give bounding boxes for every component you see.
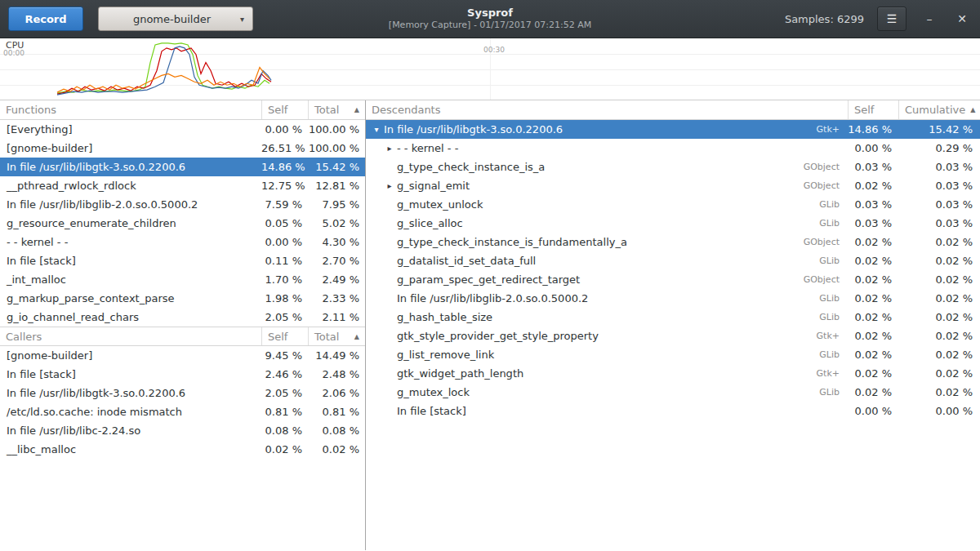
cumulative-percent: 0.29 % [898, 139, 980, 158]
menu-button[interactable]: ☰ [877, 7, 906, 31]
self-percent: 0.02 % [848, 383, 898, 402]
total-percent: 2.49 % [308, 270, 365, 289]
table-row[interactable]: In file /usr/lib/libgtk-3.so.0.2200.614.… [0, 158, 365, 176]
table-row[interactable]: In file [stack]0.11 %2.70 % [0, 251, 365, 270]
total-percent: 2.70 % [308, 251, 365, 270]
table-row[interactable]: g_hash_table_sizeGLib0.02 %0.02 % [366, 308, 980, 327]
self-percent: 0.03 % [848, 195, 898, 214]
self-percent: 7.59 % [261, 195, 308, 214]
table-row[interactable]: gtk_style_provider_get_style_propertyGtk… [366, 327, 980, 345]
table-row[interactable]: [gnome-builder]26.51 %100.00 % [0, 139, 365, 158]
table-row[interactable]: ▾In file /usr/lib/libgtk-3.so.0.2200.6Gt… [366, 120, 980, 139]
table-row[interactable]: - - kernel - -0.00 %4.30 % [0, 233, 365, 251]
minimize-button[interactable]: – [920, 12, 939, 25]
descendants-column-header[interactable]: Descendants [366, 100, 848, 119]
table-row[interactable]: [gnome-builder]9.45 %14.49 % [0, 346, 365, 365]
function-name: - - kernel - - [395, 139, 797, 158]
table-row[interactable]: In file /usr/lib/libc-2.24.so0.08 %0.08 … [0, 421, 365, 440]
library-badge: Gtk+ [797, 120, 848, 139]
table-row[interactable]: [Everything]0.00 %100.00 % [0, 120, 365, 139]
expander-icon[interactable]: ▸ [384, 176, 395, 195]
function-name: g_list_remove_link [395, 345, 797, 364]
process-selector-dropdown[interactable]: gnome-builder ▾ [98, 7, 253, 31]
descendants-table-body: ▾In file /usr/lib/libgtk-3.so.0.2200.6Gt… [366, 120, 980, 420]
hamburger-icon: ☰ [887, 12, 898, 25]
total-percent: 7.95 % [308, 195, 365, 214]
function-name: __pthread_rwlock_rdlock [0, 176, 261, 195]
time-label-mid: 00:30 [483, 46, 505, 54]
table-row[interactable]: In file [stack]0.00 %0.00 % [366, 402, 980, 420]
table-row[interactable]: _int_malloc1.70 %2.49 % [0, 270, 365, 289]
table-row[interactable]: g_mutex_lockGLib0.02 %0.02 % [366, 383, 980, 402]
functions-column-header[interactable]: Functions [0, 100, 261, 119]
record-button[interactable]: Record [8, 7, 83, 31]
self-percent: 0.02 % [261, 440, 308, 459]
self-percent: 1.70 % [261, 270, 308, 289]
self-percent: 26.51 % [261, 139, 308, 158]
right-pane: Descendants Self Cumulative ▲ ▾In file /… [366, 100, 980, 550]
descendants-cumulative-column-header[interactable]: Cumulative ▲ [898, 100, 980, 119]
self-percent: 0.02 % [848, 364, 898, 383]
function-name: In file /usr/lib/libglib-2.0.so.0.5000.2 [0, 195, 261, 214]
expander-spacer [384, 233, 395, 251]
table-row[interactable]: g_resource_enumerate_children0.05 %5.02 … [0, 214, 365, 233]
callers-column-header[interactable]: Callers [0, 327, 261, 345]
self-percent: 0.02 % [848, 251, 898, 270]
table-row[interactable]: In file /usr/lib/libglib-2.0.so.0.5000.2… [366, 289, 980, 308]
callers-total-column-header[interactable]: Total ▲ [308, 327, 365, 345]
table-row[interactable]: g_type_check_instance_is_aGObject0.03 %0… [366, 158, 980, 176]
table-row[interactable]: g_type_check_instance_is_fundamentally_a… [366, 233, 980, 251]
table-row[interactable]: In file /usr/lib/libglib-2.0.so.0.5000.2… [0, 195, 365, 214]
callers-self-column-header[interactable]: Self [261, 327, 308, 345]
self-percent: 0.02 % [848, 308, 898, 327]
self-percent: 14.86 % [848, 120, 898, 139]
self-percent: 0.02 % [848, 233, 898, 251]
table-row[interactable]: g_list_remove_linkGLib0.02 %0.02 % [366, 345, 980, 364]
library-badge: GLib [797, 308, 848, 327]
chevron-down-icon: ▾ [240, 15, 244, 24]
table-row[interactable]: /etc/ld.so.cache: inode mismatch0.81 %0.… [0, 402, 365, 421]
expander-spacer [384, 158, 395, 176]
table-row[interactable]: ▸- - kernel - -0.00 %0.29 % [366, 139, 980, 158]
cumulative-percent: 0.02 % [898, 251, 980, 270]
expander-spacer [384, 214, 395, 233]
table-row[interactable]: g_param_spec_get_redirect_targetGObject0… [366, 270, 980, 289]
cumulative-percent: 0.03 % [898, 176, 980, 195]
expander-icon[interactable]: ▾ [371, 120, 382, 139]
record-button-label: Record [24, 13, 66, 25]
functions-table-header: Functions Self Total ▲ [0, 100, 365, 120]
cumulative-percent: 0.03 % [898, 214, 980, 233]
table-row[interactable]: In file [stack]2.46 %2.48 % [0, 365, 365, 384]
table-row[interactable]: g_slice_allocGLib0.03 %0.03 % [366, 214, 980, 233]
functions-total-column-header[interactable]: Total ▲ [308, 100, 365, 119]
cumulative-percent: 0.03 % [898, 195, 980, 214]
functions-self-column-header[interactable]: Self [261, 100, 308, 119]
table-row[interactable]: __libc_malloc0.02 %0.02 % [0, 440, 365, 459]
table-row[interactable]: g_io_channel_read_chars2.05 %2.11 % [0, 308, 365, 327]
function-name: g_mutex_lock [395, 383, 797, 402]
total-percent: 5.02 % [308, 214, 365, 233]
table-row[interactable]: g_mutex_unlockGLib0.03 %0.03 % [366, 195, 980, 214]
cumulative-percent: 0.02 % [898, 364, 980, 383]
descendants-table-header: Descendants Self Cumulative ▲ [366, 100, 980, 120]
expander-icon[interactable]: ▸ [384, 139, 395, 158]
cpu-usage-graph[interactable]: CPU 00:00 00:30 [0, 38, 980, 100]
function-name: In file /usr/lib/libgtk-3.so.0.2200.6 [382, 120, 797, 139]
cumulative-percent: 0.02 % [898, 383, 980, 402]
expander-spacer [384, 364, 395, 383]
table-row[interactable]: ▸g_signal_emitGObject0.02 %0.03 % [366, 176, 980, 195]
total-percent: 2.48 % [308, 365, 365, 384]
expander-spacer [384, 289, 395, 308]
library-badge: GLib [797, 251, 848, 270]
descendants-self-column-header[interactable]: Self [848, 100, 898, 119]
self-percent: 0.00 % [261, 120, 308, 139]
function-name: In file [stack] [0, 251, 261, 270]
table-row[interactable]: g_datalist_id_set_data_fullGLib0.02 %0.0… [366, 251, 980, 270]
table-row[interactable]: In file /usr/lib/libgtk-3.so.0.2200.62.0… [0, 384, 365, 402]
self-percent: 2.46 % [261, 365, 308, 384]
table-row[interactable]: g_markup_parse_context_parse1.98 %2.33 % [0, 289, 365, 308]
close-button[interactable]: ✕ [952, 12, 972, 25]
table-row[interactable]: __pthread_rwlock_rdlock12.75 %12.81 % [0, 176, 365, 195]
self-percent: 12.75 % [261, 176, 308, 195]
table-row[interactable]: gtk_widget_path_lengthGtk+0.02 %0.02 % [366, 364, 980, 383]
